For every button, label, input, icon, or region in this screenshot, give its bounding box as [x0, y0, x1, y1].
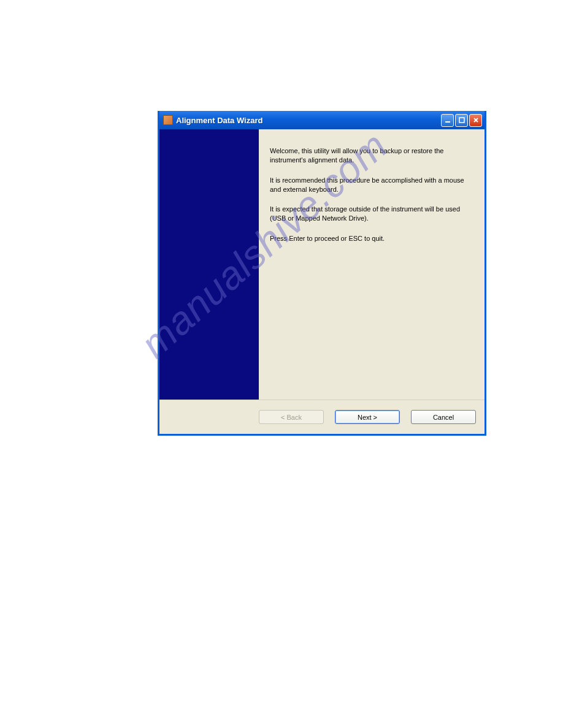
client-area: Welcome, this utility will allow you to …: [159, 129, 484, 434]
cancel-button[interactable]: Cancel: [411, 410, 476, 424]
welcome-text-2: It is recommended this procedure be acco…: [270, 176, 476, 194]
maximize-icon: [458, 116, 465, 124]
wizard-window: Alignment Data Wizard Welcome, this util…: [158, 111, 486, 436]
minimize-button[interactable]: [441, 114, 454, 127]
welcome-text-3: It is expected that storage outside of t…: [270, 205, 476, 223]
window-title: Alignment Data Wizard: [176, 116, 441, 125]
welcome-text-4: Press Enter to proceed or ESC to quit.: [270, 234, 476, 243]
app-icon: [163, 115, 173, 125]
close-button[interactable]: [469, 114, 482, 127]
maximize-button[interactable]: [455, 114, 468, 127]
svg-rect-0: [445, 121, 450, 123]
welcome-text-1: Welcome, this utility will allow you to …: [270, 146, 476, 165]
window-controls: [441, 114, 484, 127]
main-panel: Welcome, this utility will allow you to …: [259, 129, 484, 400]
close-icon: [472, 116, 480, 124]
minimize-icon: [444, 116, 451, 124]
button-row: < Back Next > Cancel: [159, 400, 484, 434]
content-row: Welcome, this utility will allow you to …: [159, 129, 484, 400]
svg-rect-1: [459, 118, 464, 123]
next-button[interactable]: Next >: [335, 410, 400, 424]
back-button: < Back: [259, 410, 324, 424]
titlebar[interactable]: Alignment Data Wizard: [159, 111, 484, 129]
side-panel: [159, 129, 259, 400]
